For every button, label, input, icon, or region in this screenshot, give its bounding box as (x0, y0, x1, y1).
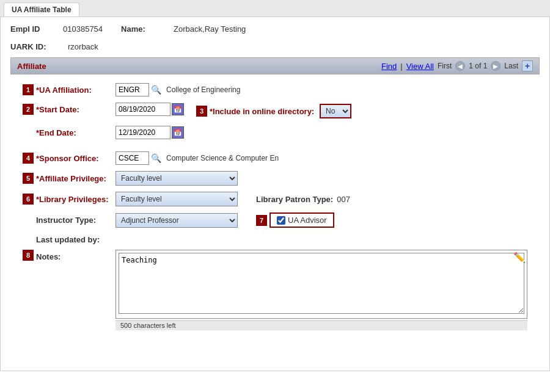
sponsor-office-input-group: 🔍 (116, 151, 161, 165)
empl-id-label: Empl ID (10, 24, 59, 34)
name-label: Name: (121, 24, 170, 34)
badge-1: 1 (23, 84, 34, 95)
uark-id-value: rzorback (68, 42, 98, 51)
name-value: Zorback,Ray Testing (174, 24, 246, 34)
last-updated-row: 1 Last updated by: (23, 234, 527, 245)
last-label: Last (504, 62, 518, 70)
ua-advisor-checkbox-area[interactable]: UA Advisor (270, 212, 334, 228)
ua-affiliation-label: *UA Affiliation: (36, 85, 116, 95)
sponsor-office-search-icon[interactable]: 🔍 (150, 153, 161, 164)
library-patron-type-value: 007 (337, 195, 350, 204)
ua-advisor-checkbox[interactable] (277, 216, 285, 225)
next-arrow[interactable]: ▶ (491, 61, 501, 71)
end-date-input[interactable] (116, 126, 170, 139)
start-date-calendar-icon[interactable]: 📅 (172, 103, 184, 115)
include-online-row: 3 *Include in online directory: No Yes (196, 104, 351, 118)
name-row: Name: Zorback,Ray Testing (121, 24, 246, 34)
library-patron-type-label: Library Patron Type: (256, 195, 333, 204)
find-link[interactable]: Find (381, 62, 397, 71)
start-date-row: 2 *Start Date: 📅 (23, 103, 184, 116)
badge-6: 6 (23, 194, 34, 205)
start-date-input[interactable] (116, 103, 170, 116)
edit-icon[interactable]: ✏️ (513, 252, 526, 263)
badge-5: 5 (23, 173, 34, 184)
nav-controls: Find | View All First ◀ 1 of 1 ▶ Last + (381, 60, 533, 71)
notes-container: Teaching ✏️ 500 characters left (116, 250, 527, 330)
ua-advisor-group: 7 UA Advisor (256, 212, 334, 228)
start-date-input-group: 📅 (116, 103, 184, 116)
start-date-label: *Start Date: (36, 105, 116, 114)
instructor-type-row: 6 Instructor Type: Adjunct Professor Vis… (23, 212, 527, 228)
end-date-calendar-icon[interactable]: 📅 (172, 126, 184, 139)
badge-8: 8 (23, 250, 34, 261)
ua-affiliation-input-group: 🔍 (116, 83, 161, 96)
sponsor-office-row: 4 *Sponsor Office: 🔍 Computer Science & … (23, 151, 527, 165)
end-date-input-group: 📅 (116, 126, 184, 139)
include-online-select[interactable]: No Yes (320, 104, 351, 118)
ua-affiliation-row: 1 *UA Affiliation: 🔍 College of Engineer… (23, 83, 527, 96)
ua-advisor-label: UA Advisor (288, 216, 327, 225)
add-row-button[interactable]: + (522, 60, 533, 71)
first-label: First (438, 62, 452, 70)
affiliate-bar: Affiliate Find | View All First ◀ 1 of 1… (10, 57, 540, 74)
badge-7: 7 (256, 215, 267, 226)
prev-arrow[interactable]: ◀ (455, 61, 465, 71)
sponsor-office-label: *Sponsor Office: (36, 154, 116, 163)
ua-affiliate-table-tab[interactable]: UA Affiliate Table (4, 2, 79, 16)
sponsor-office-input[interactable] (116, 151, 149, 165)
affiliate-privilege-label: *Affiliate Privilege: (36, 174, 116, 183)
notes-label: Notes: (36, 250, 116, 261)
main-container: Empl ID 010385754 Name: Zorback,Ray Test… (0, 17, 550, 371)
notes-area: Teaching ✏️ (116, 250, 527, 319)
ua-affiliation-input[interactable] (116, 83, 149, 96)
sponsor-office-desc: Computer Science & Computer En (166, 154, 279, 162)
notes-textarea[interactable]: Teaching (119, 253, 524, 314)
uark-id-label: UARK ID: (10, 42, 59, 51)
end-date-label: *End Date: (36, 128, 116, 137)
affiliate-title: Affiliate (17, 62, 46, 71)
ua-affiliation-desc: College of Engineering (166, 85, 240, 94)
library-privileges-label: *Library Privileges: (36, 195, 116, 204)
form-area: 1 *UA Affiliation: 🔍 College of Engineer… (10, 81, 540, 339)
badge-3: 3 (196, 106, 207, 117)
affiliate-privilege-row: 5 *Affiliate Privilege: Faculty level St… (23, 171, 527, 186)
badge-4: 4 (23, 153, 34, 164)
uark-id-section: UARK ID: rzorback (10, 42, 540, 51)
instructor-type-select[interactable]: Adjunct Professor Visiting Professor Lec… (116, 213, 238, 228)
last-updated-label: Last updated by: (36, 235, 116, 244)
view-all-link[interactable]: View All (406, 62, 434, 71)
page-info: 1 of 1 (469, 62, 487, 70)
affiliate-privilege-select[interactable]: Faculty level Student level Staff level (116, 171, 238, 186)
instructor-type-label: Instructor Type: (36, 216, 116, 225)
empl-id-value: 010385754 (63, 24, 103, 34)
nav-separator: | (400, 62, 402, 71)
notes-row: 8 Notes: Teaching ✏️ 500 characters left (23, 250, 527, 330)
empl-id-row: Empl ID 010385754 (10, 24, 103, 34)
include-online-label: *Include in online directory: (210, 107, 320, 116)
char-count: 500 characters left (116, 320, 527, 330)
ua-affiliation-search-icon[interactable]: 🔍 (150, 84, 161, 95)
end-date-row: 2 *End Date: 📅 (23, 126, 184, 139)
badge-2: 2 (23, 104, 34, 115)
library-privileges-select[interactable]: Faculty level Student level Staff level (116, 192, 238, 206)
empl-id-section: Empl ID 010385754 Name: Zorback,Ray Test… (10, 24, 540, 37)
library-privileges-row: 6 *Library Privileges: Faculty level Stu… (23, 192, 527, 206)
